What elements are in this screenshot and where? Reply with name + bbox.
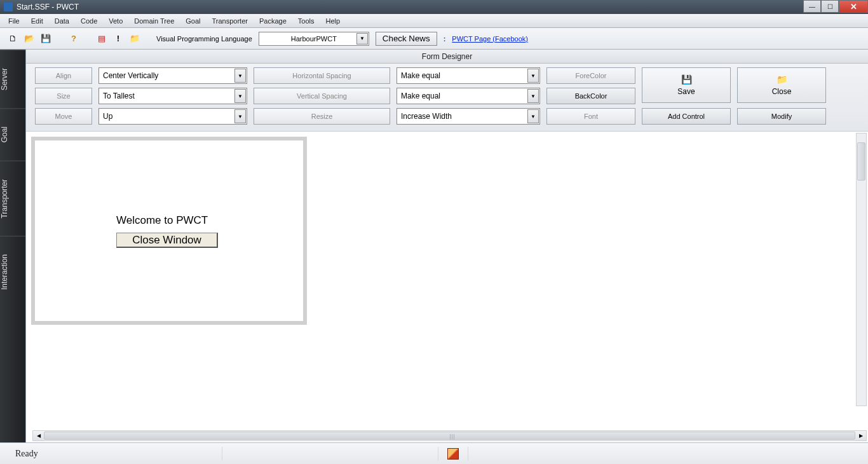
close-button-label: Close	[772, 87, 792, 96]
main-panel: Form Designer Align Center Vertically▼ H…	[25, 50, 868, 442]
vertical-spacing-button[interactable]: Vertical Spacing	[254, 88, 390, 104]
minimize-button[interactable]: —	[803, 0, 821, 13]
size-select-value: To Tallest	[103, 92, 135, 100]
move-button[interactable]: Move	[35, 108, 92, 125]
colon: :	[444, 35, 446, 43]
status-ready: Ready	[6, 447, 222, 461]
chevron-down-icon: ▼	[234, 69, 246, 83]
resize-select-value: Increase Width	[401, 112, 452, 121]
align-select[interactable]: Center Vertically▼	[98, 67, 247, 84]
size-button[interactable]: Size	[35, 88, 92, 104]
menu-data[interactable]: Data	[49, 15, 75, 27]
chevron-down-icon: ▼	[527, 109, 539, 123]
menu-domaintree[interactable]: Domain Tree	[128, 15, 180, 27]
vpl-label: Visual Programming Language	[156, 35, 252, 43]
statusbar: Ready	[0, 442, 868, 464]
move-select[interactable]: Up▼	[98, 108, 247, 125]
form-window[interactable]: Welcome to PWCT Close Window	[31, 137, 307, 325]
sidebar: Server Goal Transporter Interaction	[0, 50, 25, 442]
sidebar-item-transporter[interactable]: Transporter	[0, 161, 25, 236]
grip-icon	[450, 434, 455, 440]
resize-select[interactable]: Increase Width▼	[397, 108, 540, 125]
menu-tools[interactable]: Tools	[292, 15, 320, 27]
chevron-down-icon: ▼	[527, 69, 539, 83]
backcolor-button[interactable]: BackColor	[546, 88, 635, 104]
align-select-value: Center Vertically	[103, 71, 158, 80]
workspace: Server Goal Transporter Interaction Form…	[0, 50, 868, 442]
open-icon[interactable]: 📂	[24, 34, 34, 44]
sidebar-item-goal[interactable]: Goal	[0, 108, 25, 160]
folder-icon[interactable]: 📁	[130, 34, 140, 44]
close-button[interactable]: ✕	[839, 0, 868, 13]
maximize-button[interactable]: ☐	[821, 0, 839, 13]
language-select-value: HarbourPWCT	[291, 35, 337, 43]
folder-icon: 📁	[776, 74, 787, 85]
size-select[interactable]: To Tallest▼	[98, 88, 247, 104]
chevron-down-icon: ▼	[527, 89, 539, 103]
window-buttons: — ☐ ✕	[803, 0, 868, 13]
excl-icon[interactable]: !	[113, 34, 123, 44]
add-control-button[interactable]: Add Control	[642, 108, 731, 125]
pwct-facebook-link[interactable]: PWCT Page (Facebook)	[452, 35, 528, 43]
menu-file[interactable]: File	[3, 15, 25, 27]
welcome-label: Welcome to PWCT	[116, 214, 208, 227]
app-icon	[4, 3, 13, 11]
chevron-down-icon: ▼	[234, 109, 246, 123]
toolbar: 🗋 📂 💾 ? ▤ ! 📁 Visual Programming Languag…	[0, 28, 868, 50]
scroll-right-icon[interactable]: ▶	[855, 431, 866, 440]
status-icon-cell	[438, 447, 468, 461]
vs-select-value: Make equal	[401, 92, 440, 100]
font-button[interactable]: Font	[546, 108, 635, 125]
resize-button[interactable]: Resize	[254, 108, 390, 125]
window-title: Start.SSF - PWCT	[17, 3, 79, 11]
titlebar: Start.SSF - PWCT — ☐ ✕	[0, 0, 868, 14]
close-form-button[interactable]: 📁Close	[737, 67, 826, 103]
menu-help[interactable]: Help	[320, 15, 346, 27]
status-ready-text: Ready	[15, 449, 38, 459]
form-designer-title: Form Designer	[26, 50, 868, 64]
forecolor-button[interactable]: ForeColor	[546, 67, 635, 84]
chevron-down-icon: ▼	[356, 33, 368, 44]
sidebar-item-server[interactable]: Server	[0, 50, 25, 108]
menubar: File Edit Data Code Veto Domain Tree Goa…	[0, 14, 868, 28]
vertical-spacing-select[interactable]: Make equal▼	[397, 88, 540, 104]
menu-veto[interactable]: Veto	[103, 15, 128, 27]
save-icon: 💾	[681, 74, 692, 85]
horizontal-spacing-button[interactable]: Horizontal Spacing	[254, 67, 390, 84]
design-canvas[interactable]: Welcome to PWCT Close Window ◀ ▶	[26, 132, 868, 442]
sidebar-item-interaction[interactable]: Interaction	[0, 236, 25, 308]
horizontal-scrollbar[interactable]: ◀ ▶	[32, 430, 867, 441]
scroll-thumb[interactable]	[44, 432, 855, 440]
check-news-button[interactable]: Check News	[376, 32, 437, 46]
horizontal-spacing-select[interactable]: Make equal▼	[397, 67, 540, 84]
menu-transporter[interactable]: Transporter	[207, 15, 254, 27]
form-designer-toolbar: Align Center Vertically▼ Horizontal Spac…	[26, 64, 868, 132]
language-select[interactable]: HarbourPWCT ▼	[259, 32, 369, 46]
scroll-thumb[interactable]	[857, 142, 865, 181]
menu-package[interactable]: Package	[254, 15, 292, 27]
modify-button[interactable]: Modify	[737, 108, 826, 125]
menu-code[interactable]: Code	[75, 15, 103, 27]
shield-icon	[447, 448, 459, 460]
save-button[interactable]: 💾Save	[642, 67, 731, 103]
hs-select-value: Make equal	[401, 71, 440, 80]
save-button-label: Save	[677, 87, 695, 96]
save-icon[interactable]: 💾	[41, 34, 51, 44]
close-window-button[interactable]: Close Window	[116, 233, 218, 248]
align-button[interactable]: Align	[35, 67, 92, 84]
scroll-left-icon[interactable]: ◀	[33, 431, 44, 440]
new-icon[interactable]: 🗋	[8, 34, 18, 44]
help-icon[interactable]: ?	[69, 34, 79, 44]
chevron-down-icon: ▼	[234, 89, 246, 103]
menu-edit[interactable]: Edit	[25, 15, 49, 27]
move-select-value: Up	[103, 112, 112, 121]
list-icon[interactable]: ▤	[97, 34, 107, 44]
vertical-scrollbar[interactable]	[856, 133, 867, 406]
status-mid	[222, 447, 438, 461]
menu-goal[interactable]: Goal	[180, 15, 206, 27]
